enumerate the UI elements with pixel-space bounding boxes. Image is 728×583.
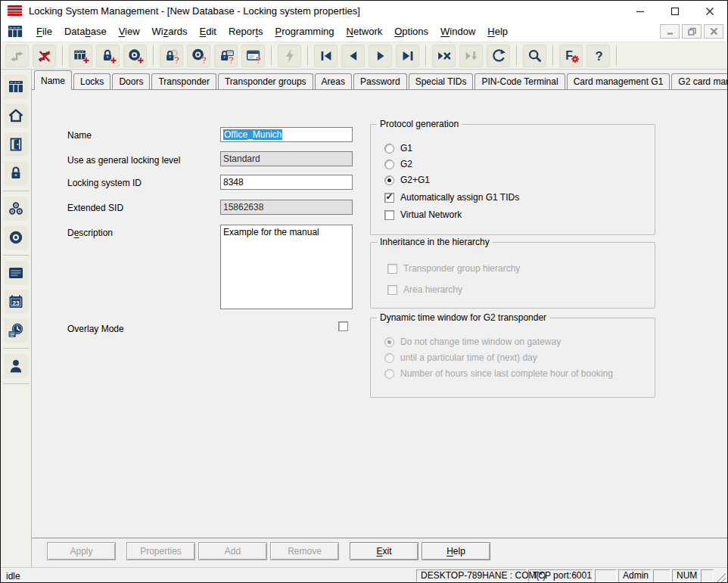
toolbar-separator — [271, 45, 272, 66]
radio-g2-control[interactable] — [384, 160, 394, 169]
new-transponder-button[interactable] — [123, 45, 147, 67]
tab-locks[interactable]: Locks — [73, 73, 110, 89]
properties-button[interactable]: Properties — [126, 542, 195, 560]
commit-record-button[interactable] — [459, 45, 483, 67]
help-button[interactable]: ? — [586, 45, 610, 67]
auto-assign-g1-tids-row[interactable]: Automatically assign G1 TIDs — [384, 192, 519, 203]
menu-file[interactable]: File — [30, 23, 58, 40]
read-transponder-button[interactable]: ? — [187, 45, 210, 67]
first-record-icon — [318, 48, 334, 64]
tab-g2-card-management[interactable]: G2 card management — [671, 73, 728, 89]
svg-text:?: ? — [595, 48, 602, 62]
status-num-lock-panel: NUM — [672, 569, 699, 582]
menu-network[interactable]: Network — [341, 23, 389, 40]
close-button[interactable] — [692, 1, 727, 21]
first-record-button[interactable] — [314, 45, 338, 67]
tab-password[interactable]: Password — [353, 73, 407, 89]
resize-grip[interactable] — [716, 572, 726, 582]
sidebar-matrix-button[interactable] — [4, 75, 28, 99]
menu-options[interactable]: Options — [388, 23, 434, 40]
transponder-group-hierarchy-row[interactable]: Transponder group hierarchy — [387, 263, 520, 274]
cancel-record-button[interactable] — [432, 45, 456, 67]
previous-record-button[interactable] — [341, 45, 365, 67]
radio-until-particular-time-control[interactable] — [384, 353, 394, 363]
mdi-minimize-button[interactable] — [660, 24, 680, 39]
sidebar-calendar-button[interactable]: 23 — [4, 290, 28, 314]
tab-transponder[interactable]: Transponder — [151, 73, 216, 89]
radio-no-change-time-window-control[interactable] — [384, 337, 394, 347]
tab-card-management-g1[interactable]: Card management G1 — [567, 73, 670, 89]
description-textarea[interactable]: Example for the manual — [220, 225, 353, 309]
radio-hours-since-booking[interactable]: Number of hours since last complete hour… — [384, 368, 613, 379]
terminal-icon — [7, 264, 25, 282]
radio-hours-since-booking-control[interactable] — [384, 369, 394, 379]
tab-transponder-groups[interactable]: Transponder groups — [218, 73, 313, 89]
tab-areas[interactable]: Areas — [315, 73, 352, 89]
content-area: Name Locks Doors Transponder Transponder… — [32, 70, 727, 567]
maximize-button[interactable] — [658, 1, 692, 21]
transponder-group-hierarchy-checkbox[interactable] — [387, 264, 397, 274]
apply-button[interactable]: Apply — [47, 542, 116, 560]
sidebar-lock-button[interactable] — [4, 161, 28, 185]
virtual-network-row[interactable]: Virtual Network — [384, 209, 462, 220]
name-input[interactable]: Office_Munich — [220, 127, 353, 142]
sidebar-terminal-button[interactable] — [4, 261, 28, 285]
refresh-button[interactable] — [487, 45, 510, 67]
sidebar-user-button[interactable] — [4, 354, 28, 378]
menu-programming[interactable]: Programming — [269, 23, 341, 40]
auto-assign-g1-tids-checkbox[interactable] — [384, 193, 394, 203]
area-hierarchy-row[interactable]: Area hierarchy — [387, 284, 462, 295]
disconnect-button[interactable] — [33, 45, 56, 67]
radio-g2-g1[interactable]: G2+G1 — [384, 175, 430, 185]
locking-level-input[interactable]: Standard — [220, 151, 353, 166]
menu-view[interactable]: View — [113, 23, 146, 40]
sidebar-door-button[interactable] — [4, 132, 28, 157]
add-button[interactable]: Add — [198, 542, 267, 560]
menu-wizards[interactable]: Wizards — [146, 23, 194, 40]
toolbar-separator — [552, 45, 553, 66]
menu-help[interactable]: Help — [481, 23, 514, 40]
mdi-system-menu-icon[interactable] — [8, 25, 23, 38]
virtual-network-checkbox[interactable] — [384, 210, 394, 220]
next-record-button[interactable] — [369, 45, 392, 67]
radio-g1[interactable]: G1 — [384, 143, 412, 154]
caption-buttons — [623, 1, 727, 21]
menu-database[interactable]: Database — [58, 23, 113, 40]
last-record-button[interactable] — [396, 45, 419, 67]
overlay-mode-checkbox[interactable] — [338, 321, 348, 331]
sidebar-transponder-button[interactable] — [4, 225, 28, 250]
search-button[interactable] — [523, 45, 546, 67]
system-id-input[interactable]: 8348 — [220, 175, 353, 190]
sidebar-time-plan-button[interactable] — [4, 318, 28, 343]
tab-doors[interactable]: Doors — [112, 73, 150, 89]
new-locking-system-button[interactable] — [69, 45, 92, 67]
remove-button[interactable]: Remove — [270, 542, 339, 560]
menu-edit[interactable]: Edit — [194, 23, 222, 40]
radio-g2[interactable]: G2 — [384, 159, 412, 169]
read-lock-button[interactable]: ? — [160, 45, 183, 67]
read-terminal-button[interactable]: ? — [241, 45, 265, 67]
minimize-button[interactable] — [623, 1, 658, 21]
radio-until-particular-time[interactable]: until a particular time of (next) day — [384, 352, 537, 363]
extended-sid-input[interactable]: 15862638 — [220, 200, 353, 215]
program-button[interactable] — [278, 45, 301, 67]
exit-button[interactable]: Exit — [350, 542, 418, 560]
help-footer-button[interactable]: Help — [422, 542, 490, 560]
radio-g2-g1-control[interactable] — [384, 175, 394, 185]
radio-no-change-time-window[interactable]: Do not change time window on gateway — [384, 336, 561, 347]
tab-special-tids[interactable]: Special TIDs — [409, 73, 474, 89]
tab-pin-code-terminal[interactable]: PIN-Code Terminal — [474, 73, 565, 89]
menu-window[interactable]: Window — [434, 23, 481, 40]
menu-reports[interactable]: Reports — [222, 23, 269, 40]
new-lock-button[interactable] — [96, 45, 120, 67]
filter-settings-button[interactable]: F — [559, 45, 583, 67]
tab-name[interactable]: Name — [34, 70, 72, 90]
mdi-restore-button[interactable] — [682, 24, 702, 39]
area-hierarchy-checkbox[interactable] — [387, 285, 397, 295]
sidebar-home-button[interactable] — [4, 104, 28, 128]
mdi-close-button[interactable] — [704, 24, 723, 39]
read-g1-lock-button[interactable]: ? — [214, 45, 238, 67]
sidebar-transponder-group-button[interactable] — [4, 197, 28, 221]
connect-button[interactable] — [5, 45, 29, 67]
radio-g1-control[interactable] — [384, 144, 394, 154]
